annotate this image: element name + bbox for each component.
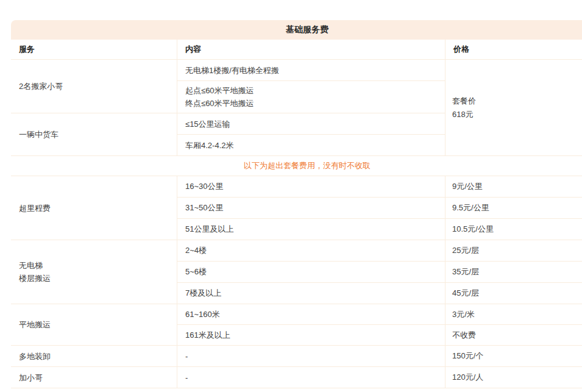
table-row: - 120元/人 (177, 367, 582, 388)
surcharge-notice-banner: 以下为超出套餐费用，没有时不收取 (11, 156, 582, 176)
service-line: 多地装卸 (19, 350, 177, 363)
content-cell: - (177, 346, 445, 366)
section-rows: - 150元/个 (177, 346, 582, 366)
price-cell: 9.5元/公里 (445, 198, 582, 218)
table-row: 31~50公里 9.5元/公里 (177, 198, 582, 219)
section-rows: 61~160米 3元/米 161米及以上 不收费 (177, 304, 582, 345)
content-cell: ≤15公里运输 (177, 113, 445, 135)
cutoff-row-strip (11, 388, 582, 392)
package-price-label: 套餐价 (452, 94, 582, 108)
section-extra-mover: 加小哥 - 120元/人 (11, 367, 582, 388)
package-section: 2名搬家小哥 一辆中货车 无电梯1楼搬/有电梯全程搬 起点≤60米平地搬运 终点… (11, 60, 582, 156)
content-cell: 2~4楼 (177, 240, 445, 261)
content-line: 车厢4.2-4.2米 (185, 139, 445, 152)
content-line: 起点≤60米平地搬运 (185, 84, 445, 97)
table-row: - 150元/个 (177, 346, 582, 366)
service-line: 加小哥 (19, 371, 177, 384)
price-cell: 25元/层 (445, 240, 582, 261)
table-title: 基础服务费 (11, 20, 582, 40)
price-cell: 9元/公里 (445, 176, 582, 197)
content-cell: 无电梯1楼搬/有电梯全程搬 (177, 60, 445, 81)
table-row: 2~4楼 25元/层 (177, 240, 582, 262)
table-row: 161米及以上 不收费 (177, 325, 582, 345)
section-no-elevator-floors: 无电梯 楼层搬运 2~4楼 25元/层 5~6楼 35元/层 7楼及以上 45元… (11, 240, 582, 304)
content-cell: - (177, 367, 445, 388)
table-row: 61~160米 3元/米 (177, 304, 582, 325)
content-cell: 51公里及以上 (177, 219, 445, 240)
column-header-content: 内容 (177, 40, 445, 59)
service-cell: 加小哥 (11, 367, 177, 388)
price-cell: 3元/米 (445, 304, 582, 324)
section-rows: 2~4楼 25元/层 5~6楼 35元/层 7楼及以上 45元/层 (177, 240, 582, 304)
content-line: 终点≤60米平地搬运 (185, 97, 445, 110)
service-cell: 超里程费 (11, 176, 177, 240)
content-cell: 7楼及以上 (177, 283, 445, 304)
content-cell: 61~160米 (177, 304, 445, 324)
price-cell: 不收费 (445, 325, 582, 345)
service-line: 超里程费 (19, 202, 177, 215)
package-price-cell: 套餐价 618元 (445, 60, 582, 155)
service-cell: 2名搬家小哥 (11, 60, 177, 113)
content-cell: 31~50公里 (177, 198, 445, 218)
content-line: ≤15公里运输 (185, 118, 445, 130)
table-row: 7楼及以上 45元/层 (177, 283, 582, 304)
table-header-row: 服务 内容 价格 (11, 40, 582, 60)
content-cell: 车厢4.2-4.2米 (177, 135, 445, 155)
service-line: 楼层搬运 (19, 272, 177, 285)
section-rows: - 120元/人 (177, 367, 582, 388)
section-flat-ground: 平地搬运 61~160米 3元/米 161米及以上 不收费 (11, 304, 582, 346)
section-excess-mileage: 超里程费 16~30公里 9元/公里 31~50公里 9.5元/公里 51公里及… (11, 176, 582, 240)
content-cell: 5~6楼 (177, 262, 445, 282)
service-cell: 平地搬运 (11, 304, 177, 345)
package-price-value: 618元 (452, 108, 582, 121)
price-cell: 120元/人 (445, 367, 582, 388)
service-cell: 一辆中货车 (11, 113, 177, 155)
service-cell: 无电梯 楼层搬运 (11, 240, 177, 304)
price-cell: 150元/个 (445, 346, 582, 366)
service-line: 平地搬运 (19, 318, 177, 331)
column-header-service: 服务 (11, 40, 177, 59)
content-cell: 起点≤60米平地搬运 终点≤60米平地搬运 (177, 81, 445, 113)
price-cell: 45元/层 (445, 283, 582, 304)
content-cell: 161米及以上 (177, 325, 445, 345)
table-row: 51公里及以上 10.5元/公里 (177, 219, 582, 240)
column-header-price: 价格 (445, 40, 582, 59)
table-row: 16~30公里 9元/公里 (177, 176, 582, 198)
pricing-table-card: 基础服务费 服务 内容 价格 2名搬家小哥 一辆中货车 无电梯1楼搬/有电梯全程… (11, 20, 582, 392)
price-cell: 10.5元/公里 (445, 219, 582, 240)
package-service-column: 2名搬家小哥 一辆中货车 (11, 60, 177, 155)
price-cell: 35元/层 (445, 262, 582, 282)
table-row: 5~6楼 35元/层 (177, 262, 582, 283)
service-cell: 多地装卸 (11, 346, 177, 366)
service-line: 无电梯 (19, 259, 177, 272)
section-rows: 16~30公里 9元/公里 31~50公里 9.5元/公里 51公里及以上 10… (177, 176, 582, 240)
content-line: 无电梯1楼搬/有电梯全程搬 (185, 64, 445, 77)
package-content-column: 无电梯1楼搬/有电梯全程搬 起点≤60米平地搬运 终点≤60米平地搬运 ≤15公… (177, 60, 445, 155)
content-cell: 16~30公里 (177, 176, 445, 197)
section-multi-location: 多地装卸 - 150元/个 (11, 346, 582, 367)
